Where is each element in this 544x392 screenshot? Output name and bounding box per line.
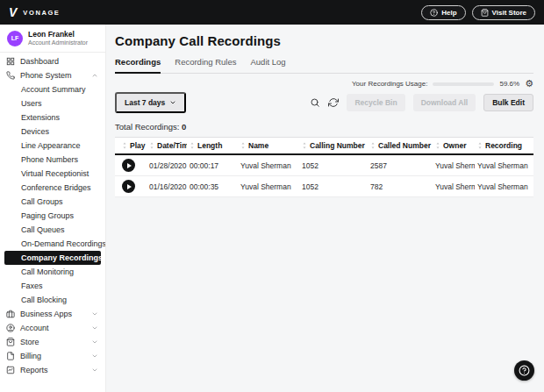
store-icon [481, 9, 489, 17]
sidebar-item-phone-numbers[interactable]: Phone Numbers [0, 153, 105, 167]
user-profile[interactable]: LF Leon Frankel Account Administrator [0, 25, 105, 53]
user-circle-icon [6, 324, 15, 332]
total-recordings-value: 0 [182, 122, 186, 132]
sidebar-item-users[interactable]: Users [0, 96, 105, 110]
avatar: LF [7, 31, 23, 46]
download-all-button[interactable]: Download All [413, 94, 476, 111]
cell-called-number: 2587 [368, 154, 433, 176]
recycle-bin-button[interactable]: Recycle Bin [347, 94, 404, 111]
sort-icon [435, 142, 440, 149]
sidebar-item-devices[interactable]: Devices [0, 125, 105, 139]
phone-icon [6, 71, 15, 80]
cell-recording: Yuval Sherman [475, 154, 533, 176]
sidebar-item-extensions[interactable]: Extensions [0, 110, 105, 125]
sidebar-item-reports[interactable]: Reports [0, 363, 105, 377]
visit-store-label: Visit Store [492, 9, 526, 17]
recordings-usage: Your Recordings Usage: 59.6% ⚙ [115, 78, 533, 89]
sidebar-item-business-apps[interactable]: Business Apps [0, 307, 105, 321]
main-content: Company Call Recordings Recordings Recor… [106, 25, 544, 392]
sort-icon [122, 142, 127, 149]
refresh-icon[interactable] [328, 97, 339, 108]
sort-icon [190, 142, 195, 149]
cell-date-time: 01/16/2020 [147, 176, 187, 197]
sidebar-item-label: Billing [20, 352, 41, 360]
cell-owner: Yuval Sherman [433, 176, 475, 197]
briefcase-icon [6, 310, 15, 318]
sidebar-item-label: Account [20, 324, 49, 332]
tab-recording-rules[interactable]: Recording Rules [175, 57, 236, 74]
cell-length: 00:00:35 [187, 176, 238, 197]
play-button[interactable] [122, 180, 135, 193]
sidebar-item-label: Phone System [20, 71, 72, 80]
sidebar-item-company-recordings[interactable]: Company Recordings [4, 251, 101, 265]
cell-owner: Yuval Sherman [433, 154, 475, 176]
storefront-icon [6, 338, 15, 346]
table-header-row: Play Date/Time Length Name Calling Numbe… [115, 138, 533, 155]
date-filter-label: Last 7 days [125, 98, 165, 107]
help-circle-icon [519, 365, 530, 376]
user-role: Account Administrator [28, 39, 88, 46]
dashboard-grid-icon [6, 57, 15, 66]
column-header-recording[interactable]: Recording [475, 138, 533, 155]
sidebar-item-dashboard[interactable]: Dashboard [0, 54, 105, 68]
chevron-up-icon [91, 72, 98, 79]
sidebar-item-label: Dashboard [20, 57, 59, 66]
cell-length: 00:00:17 [187, 154, 238, 176]
column-header-name[interactable]: Name [238, 138, 299, 155]
usage-label: Your Recordings Usage: [352, 80, 427, 88]
column-header-length[interactable]: Length [187, 138, 238, 155]
sidebar-item-call-groups[interactable]: Call Groups [0, 195, 105, 209]
cell-date-time: 01/28/2020 [147, 154, 187, 176]
gear-icon[interactable]: ⚙ [525, 79, 533, 89]
sidebar-item-paging-groups[interactable]: Paging Groups [0, 209, 105, 223]
controls-row: Last 7 days Recycle Bin Download All Bul… [115, 92, 533, 113]
floating-help-button[interactable] [514, 360, 534, 381]
sidebar-nav: Dashboard Phone System Account Summary U… [0, 53, 105, 377]
column-header-date-time[interactable]: Date/Time [147, 138, 187, 155]
sidebar-item-store[interactable]: Store [0, 335, 105, 349]
sidebar-item-on-demand-recordings[interactable]: On-Demand Recordings [0, 237, 105, 251]
sidebar-item-billing[interactable]: Billing [0, 349, 105, 363]
search-icon[interactable] [310, 97, 320, 108]
help-button[interactable]: Help [421, 5, 465, 20]
play-button[interactable] [122, 159, 135, 172]
column-header-calling-number[interactable]: Calling Number [299, 138, 368, 155]
sidebar-item-call-queues[interactable]: Call Queues [0, 223, 105, 237]
sidebar-item-virtual-receptionist[interactable]: Virtual Receptionist [0, 167, 105, 181]
bulk-edit-button[interactable]: Bulk Edit [483, 94, 533, 111]
sidebar-item-faxes[interactable]: Faxes [0, 279, 105, 293]
sidebar-item-call-monitoring[interactable]: Call Monitoring [0, 265, 105, 279]
date-filter-dropdown[interactable]: Last 7 days [115, 92, 186, 113]
total-recordings: Total Recordings: 0 [115, 122, 533, 132]
chevron-down-icon [91, 324, 98, 331]
sidebar-item-call-blocking[interactable]: Call Blocking [0, 293, 105, 307]
sort-icon [370, 142, 376, 149]
sidebar-item-line-appearance[interactable]: Line Appearance [0, 139, 105, 153]
invoice-icon [6, 352, 15, 360]
total-recordings-label: Total Recordings: [115, 122, 179, 132]
usage-percent: 59.6% [499, 80, 519, 88]
sidebar-item-account-summary[interactable]: Account Summary [0, 82, 105, 96]
sidebar-item-account[interactable]: Account [0, 321, 105, 335]
chevron-down-icon [91, 367, 98, 374]
vonage-logo: V VONAGE [9, 6, 60, 18]
tab-audit-log[interactable]: Audit Log [251, 57, 286, 74]
tab-recordings[interactable]: Recordings [115, 57, 161, 74]
column-header-play[interactable]: Play [115, 138, 147, 155]
play-icon [127, 184, 132, 189]
column-header-called-number[interactable]: Called Number [368, 138, 433, 155]
table-row: 01/28/2020 00:00:17 Yuval Sherman 1052 2… [115, 154, 533, 176]
sort-icon [149, 142, 154, 149]
brand-name: VONAGE [23, 9, 60, 17]
column-header-owner[interactable]: Owner [433, 138, 475, 155]
usage-progress-bar [433, 82, 494, 86]
tab-bar: Recordings Recording Rules Audit Log [115, 57, 533, 74]
sidebar-item-conference-bridges[interactable]: Conference Bridges [0, 181, 105, 195]
help-circle-icon [430, 9, 438, 17]
cell-calling-number: 1052 [299, 154, 368, 176]
visit-store-button[interactable]: Visit Store [472, 5, 535, 20]
sidebar-item-phone-system[interactable]: Phone System [0, 68, 105, 82]
sidebar-item-label: Store [20, 338, 39, 346]
chevron-down-icon [169, 99, 176, 106]
help-button-label: Help [441, 9, 456, 17]
